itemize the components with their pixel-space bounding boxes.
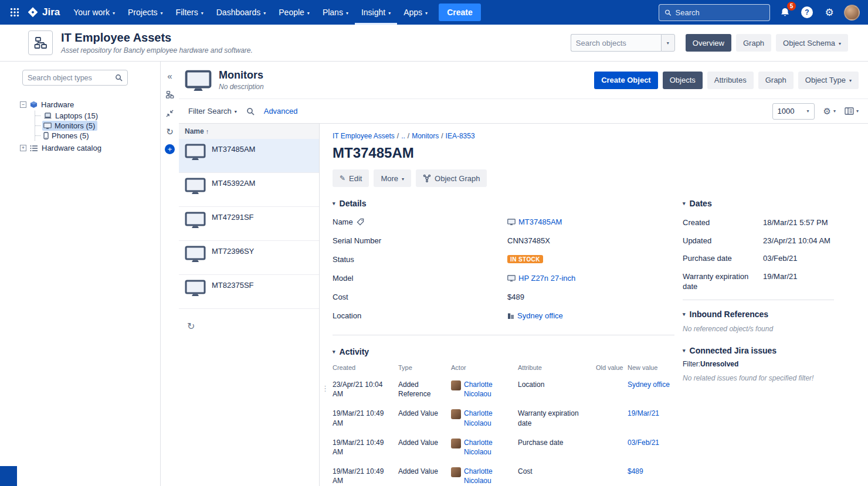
- advanced-search-link[interactable]: Advanced: [264, 107, 298, 115]
- filter-search-dropdown[interactable]: Filter Search ▾: [188, 107, 237, 115]
- object-type-title-block: Monitors No description: [219, 69, 264, 91]
- global-search-input[interactable]: [676, 8, 764, 17]
- create-object-button[interactable]: Create Object: [594, 72, 658, 89]
- actor-link[interactable]: Charlotte Nicolaou: [464, 409, 514, 427]
- list-item[interactable]: MT37485AM: [179, 139, 319, 173]
- list-item[interactable]: MT72396SY: [179, 241, 319, 275]
- object-type-description: No description: [219, 83, 264, 91]
- tree-collapse-icon[interactable]: −: [20, 101, 26, 108]
- more-menu-button[interactable]: More ▾: [374, 169, 411, 187]
- new-value-link[interactable]: 03/Feb/21: [628, 439, 659, 447]
- chevron-down-icon: ▾: [849, 78, 852, 83]
- search-objects-input[interactable]: [571, 34, 661, 52]
- new-value-link[interactable]: $489: [628, 467, 643, 475]
- edit-button[interactable]: ✎ Edit: [333, 169, 369, 187]
- nav-item-projects[interactable]: Projects▾: [121, 0, 169, 25]
- search-icon[interactable]: [246, 107, 255, 115]
- top-navigation: Jira Your work▾ Projects▾ Filters▾ Dashb…: [0, 0, 868, 25]
- monitor-icon: [185, 280, 206, 296]
- gear-icon: ⚙: [825, 8, 833, 18]
- dates-section-toggle[interactable]: ▾ Dates: [683, 199, 834, 208]
- actor-avatar: [451, 467, 461, 477]
- details-section-toggle[interactable]: ▾ Details: [333, 199, 674, 208]
- new-value-link[interactable]: 19/Mar/21: [628, 409, 659, 417]
- monitor-icon: [185, 212, 206, 228]
- object-type-menu-button[interactable]: Object Type ▾: [798, 72, 859, 89]
- nav-item-insight[interactable]: Insight▾: [355, 0, 397, 25]
- name-column-header[interactable]: Name ↑: [179, 124, 319, 139]
- refresh-list-button[interactable]: ↻: [187, 321, 201, 332]
- search-objects-caret[interactable]: ▾: [661, 34, 675, 52]
- object-title: MT37485AM: [333, 145, 854, 161]
- user-avatar[interactable]: [844, 5, 860, 21]
- chevron-down-icon: ▾: [307, 11, 310, 16]
- activity-row: 23/Apr/21 10:04 AM Added Reference Charl…: [333, 375, 674, 403]
- nav-item-your-work[interactable]: Your work▾: [67, 0, 121, 25]
- monitor-icon: [185, 178, 206, 194]
- nav-item-people[interactable]: People▾: [272, 0, 316, 25]
- workspace: − Hardware Laptops (15) Monitor: [0, 62, 868, 486]
- list-settings-dropdown[interactable]: ⚙ ▾: [823, 107, 836, 115]
- actor-link[interactable]: Charlotte Nicolaou: [464, 438, 514, 457]
- notifications-button[interactable]: 5: [777, 5, 792, 20]
- object-name: MT45392AM: [212, 179, 255, 202]
- global-search[interactable]: [659, 4, 770, 21]
- schema-icon-box[interactable]: [28, 30, 53, 55]
- tree-item-hardware-catalog[interactable]: + Hardware catalog: [20, 142, 160, 154]
- graph-tab-button[interactable]: Graph: [758, 72, 794, 89]
- nav-item-dashboards[interactable]: Dashboards▾: [210, 0, 273, 25]
- nav-item-apps[interactable]: Apps▾: [397, 0, 434, 25]
- nav-item-filters[interactable]: Filters▾: [169, 0, 210, 25]
- activity-row: 19/Mar/21 10:49 AM Added Value Charlotte…: [333, 433, 674, 461]
- objects-tab-button[interactable]: Objects: [663, 72, 703, 89]
- model-link[interactable]: HP Z27n 27-inch: [507, 274, 575, 283]
- create-button[interactable]: Create: [439, 4, 481, 21]
- chevron-down-icon: ▾: [425, 11, 428, 16]
- settings-button[interactable]: ⚙: [822, 5, 837, 20]
- breadcrumb-object-key-link[interactable]: IEA-8353: [446, 132, 475, 140]
- inbound-references-toggle[interactable]: ▾ Inbound References: [683, 310, 834, 319]
- object-type-search[interactable]: [22, 70, 128, 86]
- new-value-link[interactable]: Sydney office: [628, 380, 670, 389]
- breadcrumb-schema-link[interactable]: IT Employee Assets: [333, 132, 395, 140]
- add-object-type-button[interactable]: +: [165, 144, 175, 154]
- page-size-select[interactable]: 1000 ▾: [772, 103, 815, 120]
- panel-resize-handle[interactable]: ⋮: [321, 384, 329, 393]
- collapse-sidebar-button[interactable]: «: [164, 69, 177, 82]
- breadcrumb-type-link[interactable]: Monitors: [412, 132, 439, 140]
- collapse-left-icon: «: [167, 71, 172, 81]
- connected-issues-toggle[interactable]: ▾ Connected Jira issues: [683, 346, 834, 355]
- actor-link[interactable]: Charlotte Nicolaou: [464, 380, 514, 399]
- breadcrumb: IT Employee Assets/../Monitors/IEA-8353: [333, 132, 854, 140]
- object-schema-menu-button[interactable]: Object Schema ▾: [776, 34, 848, 52]
- attributes-tab-button[interactable]: Attributes: [707, 72, 754, 89]
- activity-section-toggle[interactable]: ▾ Activity: [333, 347, 674, 356]
- list-item[interactable]: MT45392AM: [179, 173, 319, 207]
- object-graph-button[interactable]: Object Graph: [416, 169, 487, 187]
- list-item[interactable]: MT47291SF: [179, 207, 319, 241]
- help-button[interactable]: ?: [799, 5, 815, 20]
- view-layout-dropdown[interactable]: ▾: [845, 107, 859, 115]
- help-icon: ?: [801, 6, 813, 18]
- hierarchy-view-button[interactable]: [164, 88, 177, 101]
- sync-button[interactable]: ↻: [164, 125, 177, 138]
- location-link[interactable]: Sydney office: [507, 311, 563, 320]
- graph-tab-button[interactable]: Graph: [736, 34, 771, 52]
- breadcrumb-parent-link[interactable]: ..: [401, 132, 405, 140]
- tree-item-phones[interactable]: Phones (5): [35, 131, 160, 141]
- tree-expand-icon[interactable]: +: [20, 145, 26, 151]
- tree-item-monitors[interactable]: Monitors (5): [35, 121, 160, 131]
- object-type-search-input[interactable]: [28, 74, 111, 82]
- actor-link[interactable]: Charlotte Nicolaou: [464, 467, 514, 485]
- chevron-down-icon: ▾: [402, 176, 404, 182]
- list-item[interactable]: MT82375SF: [179, 275, 319, 309]
- overview-tab-button[interactable]: Overview: [686, 34, 731, 52]
- nav-item-plans[interactable]: Plans▾: [316, 0, 355, 25]
- app-switcher-icon[interactable]: [6, 4, 23, 21]
- tree-item-laptops[interactable]: Laptops (15): [35, 111, 160, 121]
- jira-logo[interactable]: Jira: [23, 6, 67, 18]
- object-name-link[interactable]: MT37485AM: [507, 217, 562, 226]
- tree-item-hardware[interactable]: − Hardware: [20, 98, 160, 111]
- collapse-all-button[interactable]: [164, 107, 177, 120]
- activity-row: 19/Mar/21 10:49 AM Added Value Charlotte…: [333, 461, 674, 486]
